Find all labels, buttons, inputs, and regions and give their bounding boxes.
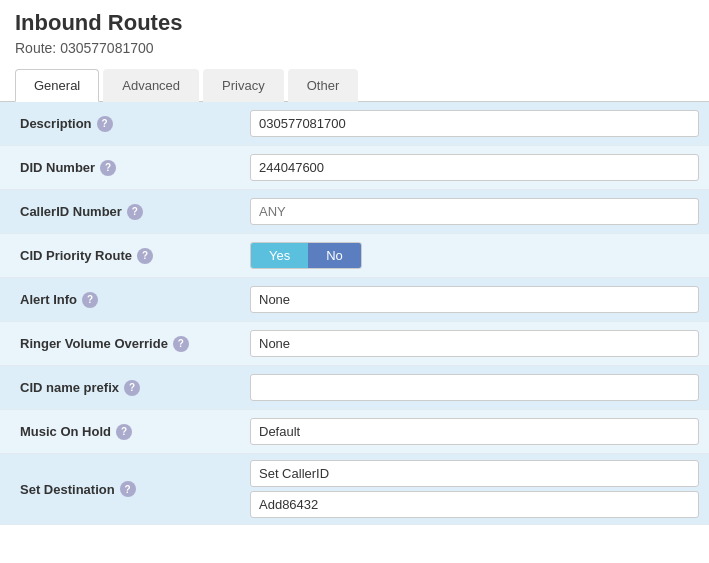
label-music-on-hold: Music On Hold ? [0, 416, 240, 448]
help-icon-cid-priority-route[interactable]: ? [137, 248, 153, 264]
label-cid-name-prefix: CID name prefix ? [0, 372, 240, 404]
tab-advanced[interactable]: Advanced [103, 69, 199, 102]
help-icon-description[interactable]: ? [97, 116, 113, 132]
control-cid-name-prefix [240, 368, 709, 407]
control-did-number [240, 148, 709, 187]
row-cid-name-prefix: CID name prefix ? [0, 366, 709, 410]
control-set-destination [240, 454, 709, 524]
input-callerid-number[interactable] [250, 198, 699, 225]
label-set-destination: Set Destination ? [0, 473, 240, 505]
page-title: Inbound Routes [15, 10, 694, 36]
control-ringer-volume-override [240, 324, 709, 363]
row-ringer-volume-override: Ringer Volume Override ? [0, 322, 709, 366]
route-subtitle: Route: 030577081700 [15, 40, 694, 56]
help-icon-alert-info[interactable]: ? [82, 292, 98, 308]
input-music-on-hold[interactable] [250, 418, 699, 445]
destination-select-1[interactable] [250, 460, 699, 487]
input-alert-info[interactable] [250, 286, 699, 313]
label-ringer-volume-override: Ringer Volume Override ? [0, 328, 240, 360]
row-set-destination: Set Destination ? [0, 454, 709, 525]
label-description: Description ? [0, 108, 240, 140]
control-cid-priority-route: Yes No [240, 236, 709, 275]
control-callerid-number [240, 192, 709, 231]
input-ringer-volume-override[interactable] [250, 330, 699, 357]
help-icon-did-number[interactable]: ? [100, 160, 116, 176]
control-description [240, 104, 709, 143]
tab-general[interactable]: General [15, 69, 99, 102]
page-header: Inbound Routes Route: 030577081700 [0, 0, 709, 68]
help-icon-cid-name-prefix[interactable]: ? [124, 380, 140, 396]
label-did-number: DID Number ? [0, 152, 240, 184]
row-alert-info: Alert Info ? [0, 278, 709, 322]
label-alert-info: Alert Info ? [0, 284, 240, 316]
row-description: Description ? [0, 102, 709, 146]
help-icon-ringer-volume-override[interactable]: ? [173, 336, 189, 352]
label-callerid-number: CallerID Number ? [0, 196, 240, 228]
tab-privacy[interactable]: Privacy [203, 69, 284, 102]
page-wrapper: Inbound Routes Route: 030577081700 Gener… [0, 0, 709, 563]
help-icon-music-on-hold[interactable]: ? [116, 424, 132, 440]
label-cid-priority-route: CID Priority Route ? [0, 240, 240, 272]
row-did-number: DID Number ? [0, 146, 709, 190]
control-alert-info [240, 280, 709, 319]
input-description[interactable] [250, 110, 699, 137]
form-body: Description ? DID Number ? CallerID Numb… [0, 102, 709, 540]
toggle-yes-button[interactable]: Yes [251, 243, 308, 268]
toggle-no-button[interactable]: No [308, 243, 361, 268]
destination-select-2[interactable] [250, 491, 699, 518]
input-cid-name-prefix[interactable] [250, 374, 699, 401]
row-cid-priority-route: CID Priority Route ? Yes No [0, 234, 709, 278]
help-icon-set-destination[interactable]: ? [120, 481, 136, 497]
row-music-on-hold: Music On Hold ? [0, 410, 709, 454]
toggle-group-cid-priority: Yes No [250, 242, 362, 269]
row-callerid-number: CallerID Number ? [0, 190, 709, 234]
input-did-number[interactable] [250, 154, 699, 181]
tab-other[interactable]: Other [288, 69, 359, 102]
help-icon-callerid-number[interactable]: ? [127, 204, 143, 220]
control-music-on-hold [240, 412, 709, 451]
tabs-container: General Advanced Privacy Other [0, 68, 709, 102]
